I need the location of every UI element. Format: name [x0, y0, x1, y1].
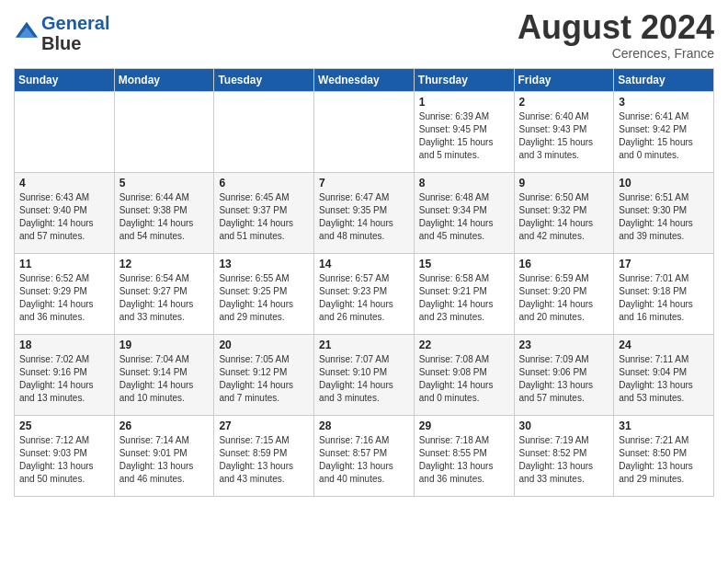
day-number: 14	[319, 258, 409, 270]
calendar-cell: 13Sunrise: 6:55 AM Sunset: 9:25 PM Dayli…	[214, 253, 314, 334]
day-info: Sunrise: 7:14 AM Sunset: 9:01 PM Dayligh…	[119, 434, 210, 486]
day-info: Sunrise: 7:05 AM Sunset: 9:12 PM Dayligh…	[219, 353, 309, 405]
calendar-cell: 5Sunrise: 6:44 AM Sunset: 9:38 PM Daylig…	[114, 172, 214, 253]
calendar-cell	[114, 91, 214, 172]
calendar-cell: 18Sunrise: 7:02 AM Sunset: 9:16 PM Dayli…	[15, 334, 115, 415]
day-info: Sunrise: 6:40 AM Sunset: 9:43 PM Dayligh…	[519, 110, 609, 162]
weekday-header-row: SundayMondayTuesdayWednesdayThursdayFrid…	[15, 68, 714, 91]
day-info: Sunrise: 6:45 AM Sunset: 9:37 PM Dayligh…	[219, 191, 309, 243]
calendar-cell: 17Sunrise: 7:01 AM Sunset: 9:18 PM Dayli…	[614, 253, 714, 334]
month-year: August 2024	[518, 9, 714, 46]
calendar-cell: 27Sunrise: 7:15 AM Sunset: 8:59 PM Dayli…	[214, 415, 314, 496]
calendar-cell	[15, 91, 115, 172]
day-info: Sunrise: 6:44 AM Sunset: 9:38 PM Dayligh…	[119, 191, 210, 243]
day-info: Sunrise: 7:02 AM Sunset: 9:16 PM Dayligh…	[19, 353, 109, 405]
calendar-cell: 21Sunrise: 7:07 AM Sunset: 9:10 PM Dayli…	[314, 334, 415, 415]
day-info: Sunrise: 7:04 AM Sunset: 9:14 PM Dayligh…	[119, 353, 210, 405]
calendar-cell: 6Sunrise: 6:45 AM Sunset: 9:37 PM Daylig…	[214, 172, 314, 253]
calendar-cell: 20Sunrise: 7:05 AM Sunset: 9:12 PM Dayli…	[214, 334, 314, 415]
calendar-week-row: 1Sunrise: 6:39 AM Sunset: 9:45 PM Daylig…	[15, 91, 714, 172]
calendar-week-row: 4Sunrise: 6:43 AM Sunset: 9:40 PM Daylig…	[15, 172, 714, 253]
day-info: Sunrise: 6:59 AM Sunset: 9:20 PM Dayligh…	[519, 272, 609, 324]
day-info: Sunrise: 7:12 AM Sunset: 9:03 PM Dayligh…	[19, 434, 109, 486]
day-info: Sunrise: 7:09 AM Sunset: 9:06 PM Dayligh…	[519, 353, 609, 405]
day-number: 15	[419, 258, 509, 270]
day-number: 1	[419, 96, 509, 109]
calendar-cell: 23Sunrise: 7:09 AM Sunset: 9:06 PM Dayli…	[514, 334, 614, 415]
logo-icon	[14, 20, 40, 46]
day-info: Sunrise: 7:18 AM Sunset: 8:55 PM Dayligh…	[419, 434, 509, 486]
calendar-cell: 16Sunrise: 6:59 AM Sunset: 9:20 PM Dayli…	[514, 253, 614, 334]
calendar-cell: 31Sunrise: 7:21 AM Sunset: 8:50 PM Dayli…	[614, 415, 714, 496]
day-number: 19	[119, 339, 210, 351]
day-info: Sunrise: 7:15 AM Sunset: 8:59 PM Dayligh…	[219, 434, 309, 486]
day-number: 21	[319, 339, 409, 351]
day-info: Sunrise: 6:57 AM Sunset: 9:23 PM Dayligh…	[319, 272, 409, 324]
calendar-cell: 9Sunrise: 6:50 AM Sunset: 9:32 PM Daylig…	[514, 172, 614, 253]
calendar-cell: 3Sunrise: 6:41 AM Sunset: 9:42 PM Daylig…	[614, 91, 714, 172]
weekday-header-sunday: Sunday	[15, 68, 115, 91]
day-info: Sunrise: 6:50 AM Sunset: 9:32 PM Dayligh…	[519, 191, 609, 243]
day-number: 7	[319, 177, 409, 190]
calendar-cell: 15Sunrise: 6:58 AM Sunset: 9:21 PM Dayli…	[414, 253, 514, 334]
day-number: 9	[519, 177, 609, 190]
day-number: 16	[519, 258, 609, 270]
day-number: 17	[619, 258, 709, 270]
day-number: 12	[119, 258, 210, 270]
calendar-cell: 28Sunrise: 7:16 AM Sunset: 8:57 PM Dayli…	[314, 415, 415, 496]
calendar-cell: 29Sunrise: 7:18 AM Sunset: 8:55 PM Dayli…	[414, 415, 514, 496]
day-info: Sunrise: 7:19 AM Sunset: 8:52 PM Dayligh…	[519, 434, 609, 486]
calendar-cell: 14Sunrise: 6:57 AM Sunset: 9:23 PM Dayli…	[314, 253, 415, 334]
logo: General Blue	[14, 13, 109, 53]
calendar-cell: 12Sunrise: 6:54 AM Sunset: 9:27 PM Dayli…	[114, 253, 214, 334]
weekday-header-saturday: Saturday	[614, 68, 714, 91]
title-block: August 2024 Cerences, France	[518, 9, 714, 61]
weekday-header-wednesday: Wednesday	[314, 68, 415, 91]
day-number: 30	[519, 419, 609, 432]
day-info: Sunrise: 7:11 AM Sunset: 9:04 PM Dayligh…	[619, 353, 709, 405]
day-info: Sunrise: 6:43 AM Sunset: 9:40 PM Dayligh…	[19, 191, 109, 243]
day-number: 27	[219, 419, 309, 432]
day-number: 2	[519, 96, 609, 109]
calendar-cell: 8Sunrise: 6:48 AM Sunset: 9:34 PM Daylig…	[414, 172, 514, 253]
day-number: 13	[219, 258, 309, 270]
day-number: 6	[219, 177, 309, 190]
day-info: Sunrise: 6:39 AM Sunset: 9:45 PM Dayligh…	[419, 110, 509, 162]
day-info: Sunrise: 6:51 AM Sunset: 9:30 PM Dayligh…	[619, 191, 709, 243]
calendar-cell: 1Sunrise: 6:39 AM Sunset: 9:45 PM Daylig…	[414, 91, 514, 172]
day-number: 23	[519, 339, 609, 351]
day-info: Sunrise: 6:55 AM Sunset: 9:25 PM Dayligh…	[219, 272, 309, 324]
day-number: 20	[219, 339, 309, 351]
day-info: Sunrise: 7:07 AM Sunset: 9:10 PM Dayligh…	[319, 353, 409, 405]
weekday-header-thursday: Thursday	[414, 68, 514, 91]
day-number: 22	[419, 339, 509, 351]
calendar-week-row: 11Sunrise: 6:52 AM Sunset: 9:29 PM Dayli…	[15, 253, 714, 334]
calendar-week-row: 25Sunrise: 7:12 AM Sunset: 9:03 PM Dayli…	[15, 415, 714, 496]
day-info: Sunrise: 7:16 AM Sunset: 8:57 PM Dayligh…	[319, 434, 409, 486]
day-number: 26	[119, 419, 210, 432]
day-number: 11	[19, 258, 109, 270]
calendar-cell	[314, 91, 415, 172]
day-number: 3	[619, 96, 709, 109]
calendar-cell: 7Sunrise: 6:47 AM Sunset: 9:35 PM Daylig…	[314, 172, 415, 253]
day-number: 10	[619, 177, 709, 190]
day-number: 5	[119, 177, 210, 190]
calendar-cell: 24Sunrise: 7:11 AM Sunset: 9:04 PM Dayli…	[614, 334, 714, 415]
calendar-cell: 10Sunrise: 6:51 AM Sunset: 9:30 PM Dayli…	[614, 172, 714, 253]
calendar-cell: 25Sunrise: 7:12 AM Sunset: 9:03 PM Dayli…	[15, 415, 115, 496]
weekday-header-friday: Friday	[514, 68, 614, 91]
calendar-cell: 30Sunrise: 7:19 AM Sunset: 8:52 PM Dayli…	[514, 415, 614, 496]
day-number: 31	[619, 419, 709, 432]
day-number: 29	[419, 419, 509, 432]
day-number: 8	[419, 177, 509, 190]
day-info: Sunrise: 6:58 AM Sunset: 9:21 PM Dayligh…	[419, 272, 509, 324]
day-info: Sunrise: 7:01 AM Sunset: 9:18 PM Dayligh…	[619, 272, 709, 324]
calendar-cell: 2Sunrise: 6:40 AM Sunset: 9:43 PM Daylig…	[514, 91, 614, 172]
location: Cerences, France	[518, 46, 714, 61]
weekday-header-monday: Monday	[114, 68, 214, 91]
calendar-cell: 4Sunrise: 6:43 AM Sunset: 9:40 PM Daylig…	[15, 172, 115, 253]
calendar-table: SundayMondayTuesdayWednesdayThursdayFrid…	[14, 68, 714, 497]
calendar-cell: 11Sunrise: 6:52 AM Sunset: 9:29 PM Dayli…	[15, 253, 115, 334]
day-info: Sunrise: 6:47 AM Sunset: 9:35 PM Dayligh…	[319, 191, 409, 243]
logo-text: General Blue	[41, 13, 109, 53]
